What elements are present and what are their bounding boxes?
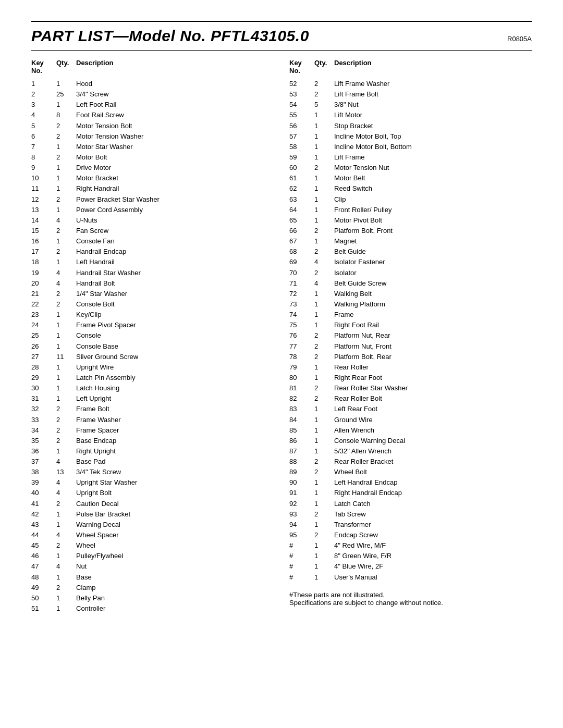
part-desc: 5/32" Allen Wrench [334, 446, 532, 456]
table-row: 45 2 Wheel [31, 540, 274, 551]
part-desc: 4" Red Wire, M/F [334, 540, 532, 551]
table-row: 60 2 Motor Tension Nut [289, 163, 532, 173]
part-key: 9 [31, 163, 56, 173]
part-qty: 1 [314, 289, 334, 299]
table-row: 59 1 Lift Frame [289, 152, 532, 163]
table-row: 4 8 Foot Rail Screw [31, 110, 274, 120]
part-qty: 2 [56, 289, 76, 299]
part-key: 92 [289, 499, 314, 509]
part-key: 37 [31, 456, 56, 467]
part-key: 55 [289, 110, 314, 120]
part-desc: 8" Green Wire, F/R [334, 551, 532, 561]
part-desc: Transformer [334, 520, 532, 530]
part-desc: Motor Tension Bolt [76, 121, 274, 131]
table-row: 18 1 Left Handrail [31, 257, 274, 267]
part-desc: Front Roller/ Pulley [334, 205, 532, 215]
part-desc: Wheel [76, 540, 274, 551]
part-desc: Upright Star Washer [76, 477, 274, 488]
part-key: 52 [289, 79, 314, 89]
table-row: 32 2 Frame Bolt [31, 404, 274, 414]
left-parts-list: 1 1 Hood 2 25 3/4" Screw 3 1 Left Foot R… [31, 79, 274, 614]
part-key: 78 [289, 352, 314, 362]
part-qty: 2 [314, 467, 334, 477]
part-qty: 1 [56, 310, 76, 320]
part-key: 88 [289, 456, 314, 467]
part-desc: Right Upright [76, 446, 274, 456]
part-key: 27 [31, 352, 56, 362]
part-key: 36 [31, 446, 56, 456]
table-row: 33 2 Frame Washer [31, 415, 274, 425]
part-key: 69 [289, 257, 314, 267]
table-row: 25 1 Console [31, 330, 274, 341]
part-desc: Sliver Ground Screw [76, 352, 274, 362]
part-key: 60 [289, 163, 314, 173]
part-key: 45 [31, 540, 56, 551]
part-desc: Allen Wrench [334, 425, 532, 436]
part-qty: 4 [56, 456, 76, 467]
table-row: 73 1 Walking Platform [289, 299, 532, 310]
part-key: 87 [289, 446, 314, 456]
part-qty: 13 [56, 467, 76, 477]
table-row: 70 2 Isolator [289, 268, 532, 278]
header-divider [31, 50, 532, 51]
part-desc: Isolator [334, 268, 532, 278]
part-key: 29 [31, 373, 56, 383]
table-row: 13 1 Power Cord Assembly [31, 205, 274, 215]
part-qty: 1 [314, 320, 334, 330]
part-desc: 3/4" Tek Screw [76, 467, 274, 477]
table-row: 20 4 Handrail Bolt [31, 278, 274, 289]
part-qty: 2 [314, 383, 334, 393]
part-desc: Rear Roller [334, 362, 532, 373]
part-desc: Nut [76, 561, 274, 572]
part-qty: 2 [314, 268, 334, 278]
part-key: 63 [289, 194, 314, 205]
part-key: 56 [289, 121, 314, 131]
part-qty: 1 [56, 183, 76, 194]
part-key: 15 [31, 226, 56, 236]
table-row: 65 1 Motor Pivot Bolt [289, 215, 532, 226]
part-desc: Latch Pin Assembly [76, 373, 274, 383]
part-qty: 2 [314, 341, 334, 352]
part-qty: 4 [56, 530, 76, 540]
part-qty: 2 [314, 393, 334, 404]
part-desc: Platform Bolt, Rear [334, 352, 532, 362]
part-qty: 2 [314, 226, 334, 236]
footnote-line2: Specifications are subject to change wit… [289, 599, 532, 607]
table-row: 14 4 U-Nuts [31, 215, 274, 226]
part-qty: 2 [314, 246, 334, 257]
part-desc: Lift Motor [334, 110, 532, 120]
table-row: 58 1 Incline Motor Bolt, Bottom [289, 142, 532, 152]
part-desc: Console [76, 330, 274, 341]
part-desc: Left Handrail Endcap [334, 477, 532, 488]
part-desc: Latch Catch [334, 499, 532, 509]
part-qty: 2 [314, 456, 334, 467]
table-row: 30 1 Latch Housing [31, 383, 274, 393]
table-row: 53 2 Lift Frame Bolt [289, 89, 532, 100]
part-key: 32 [31, 404, 56, 414]
part-desc: Upright Wire [76, 362, 274, 373]
part-desc: Handrail Endcap [76, 246, 274, 257]
part-key: 14 [31, 215, 56, 226]
part-key: 86 [289, 436, 314, 446]
part-key: 4 [31, 110, 56, 120]
table-row: 2 25 3/4" Screw [31, 89, 274, 100]
part-desc: Power Cord Assembly [76, 205, 274, 215]
part-qty: 1 [314, 194, 334, 205]
part-desc: Base [76, 572, 274, 583]
part-desc: Rear Roller Bracket [334, 456, 532, 467]
part-key: 23 [31, 310, 56, 320]
part-key: 62 [289, 183, 314, 194]
part-desc: Latch Housing [76, 383, 274, 393]
part-desc: Left Foot Rail [76, 100, 274, 110]
part-qty: 8 [56, 110, 76, 120]
part-desc: Frame Pivot Spacer [76, 320, 274, 330]
table-row: 77 2 Platform Nut, Front [289, 341, 532, 352]
part-desc: Belly Pan [76, 593, 274, 603]
part-desc: Wheel Spacer [76, 530, 274, 540]
table-row: 80 1 Right Rear Foot [289, 373, 532, 383]
part-desc: Motor Belt [334, 173, 532, 183]
table-row: 15 2 Fan Screw [31, 226, 274, 236]
part-desc: Right Handrail [76, 183, 274, 194]
part-desc: 3/4" Screw [76, 89, 274, 100]
part-desc: Motor Tension Washer [76, 131, 274, 142]
